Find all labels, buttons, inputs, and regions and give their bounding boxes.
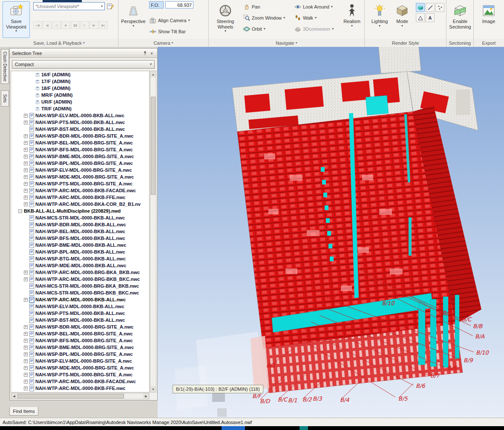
- expand-icon[interactable]: +: [24, 271, 28, 274]
- tree-item[interactable]: NAH-MCS-STR-MDL-0000-BRG-BKB_BKC.nwc: [11, 289, 149, 296]
- tree-item[interactable]: UR/F (ADMIN): [11, 98, 149, 105]
- tree-item[interactable]: +NAH-WSP-ELV-MDL-0000-BRG-SITE_A.nwc: [11, 167, 149, 173]
- group-label-navigate[interactable]: Navigate ▾: [209, 39, 364, 47]
- viewport[interactable]: B/1B/FB/DB/CB/1B/2B/3B/4B/5B/6B/7B/8B/9B…: [158, 47, 504, 418]
- lighting-button[interactable]: Lighting ▾: [368, 1, 391, 38]
- tree-item[interactable]: +NAH-WTP-ARC-MDL-0000-BKB-FFE.nwc: [11, 194, 149, 201]
- expand-icon[interactable]: +: [24, 155, 28, 159]
- tree-item[interactable]: +NAH-WTP-ARC-MDL-0000-BKB-FACADE.nwc: [11, 187, 149, 194]
- collapse-icon[interactable]: −: [18, 209, 22, 213]
- expand-icon[interactable]: +: [24, 359, 28, 363]
- tree-item[interactable]: NAH-WSP-BEL-MDL-0000-BKB-ALL.nwc: [11, 228, 149, 235]
- perspective-button[interactable]: Perspective ▾: [121, 1, 146, 38]
- tree-item[interactable]: +NAH-WSP-MDE-MDL-0000-BRG-SITE_A.nwc: [11, 364, 149, 371]
- render-snap-points-button[interactable]: [416, 13, 425, 22]
- tree-item[interactable]: TR/F (ADMIN): [11, 105, 149, 112]
- tab-clash-detective[interactable]: Clash Detective: [1, 49, 9, 84]
- tree-item[interactable]: NAH-WSP-ELV-MDL-0000-BKB-ALL.nwc: [11, 303, 149, 310]
- expand-icon[interactable]: +: [24, 168, 28, 172]
- tree-item[interactable]: +NAH-WSP-ELV-MDL-0000-BKB-ALL.nwc: [11, 112, 149, 119]
- fov-field-label[interactable]: F.O.: [149, 1, 164, 9]
- 3d-model-canvas[interactable]: B/1B/FB/DB/CB/1B/2B/3B/4B/5B/6B/7B/8B/9B…: [158, 47, 504, 418]
- tree-item[interactable]: +NAH-WTP-ARC-MDL-0000-BKB-FFE.nwc: [11, 385, 149, 392]
- tree-item[interactable]: +NAH-WSP-MDE-MDL-0000-BRG-SITE_A.nwc: [11, 173, 149, 180]
- playback-pause-button[interactable]: ▮▮: [71, 21, 80, 29]
- tree-item[interactable]: 17/F (ADMIN): [11, 78, 149, 85]
- expand-icon[interactable]: +: [24, 141, 28, 145]
- render-surfaces-button[interactable]: [416, 3, 425, 12]
- expand-icon[interactable]: +: [24, 114, 28, 118]
- expand-icon[interactable]: +: [24, 298, 28, 302]
- playback-rewind-button[interactable]: |◀: [33, 21, 42, 29]
- playback-step-forward-button[interactable]: ▶: [89, 21, 98, 29]
- align-camera-button[interactable]: Align Camera ▾: [149, 16, 190, 25]
- tree-item[interactable]: +NAH-WSP-BDR-MDL-0000-BRG-SITE_A.nwc: [11, 323, 149, 330]
- scroll-thumb[interactable]: [17, 394, 124, 398]
- playback-play-backward-button[interactable]: ◁: [52, 21, 61, 29]
- tree-item[interactable]: 18/F (ADMIN): [11, 85, 149, 92]
- tree-item[interactable]: +NAH-WTP-ARC-MDL-0000-BRG-BKA_BKB.nwc: [11, 269, 149, 276]
- walk-button[interactable]: Walk ▾: [294, 14, 317, 22]
- steering-wheels-button[interactable]: Steering Wheels ▾: [212, 1, 239, 38]
- enable-sectioning-button[interactable]: Enable Sectioning: [448, 1, 472, 38]
- tree-item[interactable]: +NAH-WSP-BEL-MDL-0000-BRG-SITE_A.nwc: [11, 139, 149, 146]
- tree-item[interactable]: NAH-WSP-BPL-MDL-0000-BKB-ALL.nwc: [11, 248, 149, 255]
- tree-item[interactable]: +NAH-WSP-BEL-MDL-0000-BRG-SITE_A.nwc: [11, 330, 149, 337]
- expand-icon[interactable]: +: [24, 387, 28, 390]
- realism-button[interactable]: Realism ▾: [342, 1, 362, 38]
- tab-sets[interactable]: Sets: [1, 90, 9, 107]
- tree-item[interactable]: 16/F (ADMIN): [11, 71, 149, 78]
- scroll-thumb[interactable]: [151, 97, 156, 195]
- expand-icon[interactable]: +: [24, 121, 28, 124]
- tree-item[interactable]: NAH-WSP-BST-MDL-0000-BKB-ALL.nwc: [11, 126, 149, 133]
- image-export-button[interactable]: Image: [477, 1, 500, 38]
- tree-mode-select[interactable]: Compact ▾: [12, 60, 155, 69]
- tree-item[interactable]: +NAH-WTP-ARC-MDL-0000-BKA-COR_B2_B1.nv: [11, 201, 149, 208]
- zoom-window-button[interactable]: Zoom Window ▾: [243, 14, 285, 22]
- tree-item[interactable]: +NAH-WSP-PTS-MDL-0000-BRG-SITE_A.nwc: [11, 371, 149, 378]
- tree-item[interactable]: NAH-WSP-BTG-MDL-0000-BKB-ALL.nwc: [11, 255, 149, 262]
- group-label-render-style[interactable]: Render Style: [365, 39, 446, 47]
- fov-value-field[interactable]: 68.937: [165, 1, 193, 9]
- group-label-sectioning[interactable]: Sectioning: [446, 39, 473, 47]
- tree-vertical-scrollbar[interactable]: ▲ ▼: [150, 71, 156, 392]
- tree-item[interactable]: +NAH-WTP-ARC-MDL-0000-BKB-ALL.nwc: [11, 296, 149, 303]
- expand-icon[interactable]: +: [24, 325, 28, 329]
- find-items-tab[interactable]: Find Items: [9, 407, 38, 416]
- tree-item[interactable]: +NAH-WSP-BFS-MDL-0000-BRG-SITE_A.nwc: [11, 337, 149, 344]
- tree-item[interactable]: +NAH-WSP-ELV-MDL-0000-BRG-SITE_A.nwc: [11, 358, 149, 364]
- group-label-export[interactable]: Export: [474, 39, 504, 47]
- tree-item[interactable]: +NAH-WTP-ARC-MDL-0000-BKB-FACADE.nwc: [11, 378, 149, 385]
- scroll-down-arrow[interactable]: ▼: [150, 386, 156, 392]
- scroll-right-arrow[interactable]: ▶: [143, 393, 149, 399]
- expand-icon[interactable]: +: [24, 175, 28, 179]
- playback-step-back-button[interactable]: ◀: [43, 21, 52, 29]
- tree-item[interactable]: +NAH-WSP-BME-MDL-0000-BRG-SITE_A.nwc: [11, 153, 149, 160]
- expand-icon[interactable]: +: [24, 196, 28, 199]
- expand-icon[interactable]: +: [24, 202, 28, 206]
- expand-icon[interactable]: +: [24, 339, 28, 343]
- mode-button[interactable]: Mode ▾: [392, 1, 412, 38]
- viewpoint-combo[interactable]: *Unsaved Viewpoint* ▾: [33, 2, 105, 10]
- orbit-button[interactable]: Orbit ▾: [243, 25, 265, 33]
- tree-item[interactable]: +NAH-WSP-PTS-MDL-0000-BRG-SITE_A.nwc: [11, 180, 149, 187]
- expand-icon[interactable]: +: [24, 380, 28, 384]
- scroll-left-arrow[interactable]: ◀: [11, 393, 17, 399]
- selection-tree-header[interactable]: Selection Tree ×: [10, 49, 157, 58]
- render-lines-button[interactable]: [426, 3, 435, 12]
- render-points-button[interactable]: [435, 3, 444, 12]
- tree-item[interactable]: NAH-WSP-BFS-MDL-0000-BKB-ALL.nwc: [11, 235, 149, 242]
- group-label-save-load-playback[interactable]: Save, Load & Playback ▾: [0, 39, 118, 47]
- tree-item[interactable]: NAH-MCS-STR-MDL-0000-BRG-BKA_BKB.nwc: [11, 283, 149, 289]
- tree-item[interactable]: NAH-WSP-BST-MDL-0000-BKB-ALL.nwc: [11, 317, 149, 323]
- tree-item[interactable]: NAH-WSP-PTS-MDL-0000-BKB-ALL.nwc: [11, 310, 149, 317]
- expand-icon[interactable]: +: [24, 148, 28, 152]
- pin-icon[interactable]: [141, 50, 148, 57]
- expand-icon[interactable]: +: [24, 352, 28, 356]
- tree-item[interactable]: +NAH-WSP-BPL-MDL-0000-BRG-SITE_A.nwc: [11, 160, 149, 167]
- expand-icon[interactable]: +: [24, 182, 28, 186]
- playback-play-button[interactable]: ▷: [80, 21, 89, 29]
- render-text-button[interactable]: A: [426, 13, 435, 22]
- tree-horizontal-scrollbar[interactable]: ◀ ▶: [11, 393, 150, 399]
- group-label-camera[interactable]: Camera ▾: [118, 39, 208, 47]
